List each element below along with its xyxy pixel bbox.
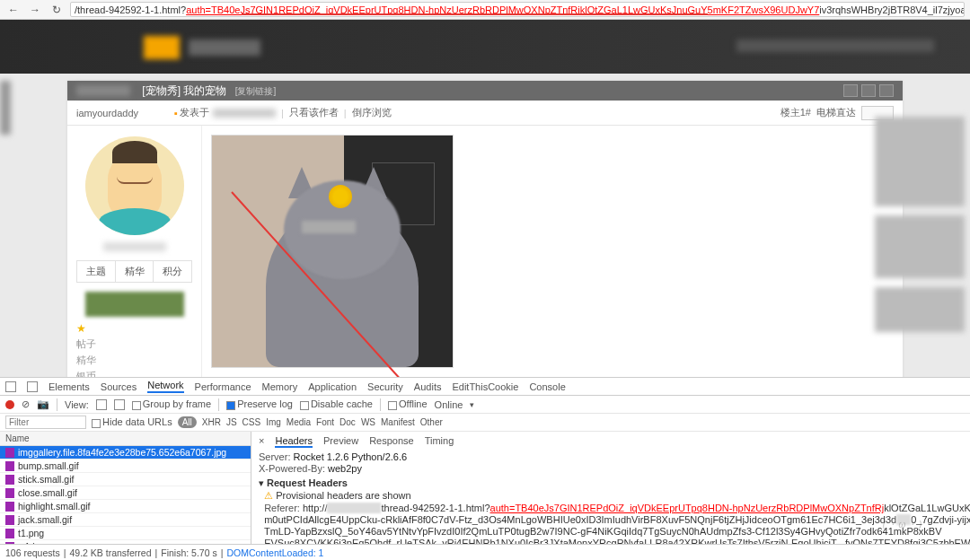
device-icon[interactable] — [27, 381, 38, 392]
user-icon: ▪ — [174, 108, 178, 118]
tab-security[interactable]: Security — [367, 381, 403, 392]
user-tabs: 主题 精华 积分 — [76, 260, 192, 283]
site-header — [0, 20, 970, 74]
tab-elements[interactable]: Elements — [48, 381, 90, 392]
annotation-line — [242, 13, 708, 15]
tab-audits[interactable]: Audits — [414, 381, 442, 392]
network-toolbar: ⊘ 📷 View: Group by frame Preserve log Di… — [0, 396, 970, 410]
view-list-icon[interactable] — [96, 399, 107, 410]
title-icon-3[interactable] — [879, 84, 894, 97]
right-ads — [875, 117, 965, 341]
tab-points[interactable]: 积分 — [154, 261, 191, 282]
copy-link[interactable]: [复制链接] — [235, 86, 277, 96]
forum-panel: [宠物秀] 我的宠物 [复制链接] iamyourdaddy ▪ 发表于 | 只… — [67, 81, 903, 410]
user-panel: 主题 精华 积分 ★ 帖子 精华 银币 在线时间 — [67, 126, 202, 410]
devtools-panel: Elements Sources Network Performance Mem… — [0, 377, 970, 410]
tab-topics[interactable]: 主题 — [77, 261, 116, 282]
thread-category: [宠物秀] — [142, 84, 181, 97]
tab-sources[interactable]: Sources — [101, 381, 137, 392]
post-content — [202, 126, 903, 410]
tab-application[interactable]: Application — [308, 381, 357, 392]
thread-title: 我的宠物 — [183, 84, 226, 97]
inspect-icon[interactable] — [5, 381, 16, 392]
reverse-order-link[interactable]: 倒序浏览 — [352, 106, 392, 119]
title-icon-2[interactable] — [861, 84, 876, 97]
tab-editthiscookie[interactable]: EditThisCookie — [452, 381, 518, 392]
post-meta-bar: iamyourdaddy ▪ 发表于 | 只看该作者 | 倒序浏览 楼主1# 电… — [67, 101, 903, 126]
author-name[interactable]: iamyourdaddy — [76, 108, 138, 118]
clear-button[interactable]: ⊘ — [22, 398, 30, 410]
tab-console[interactable]: Console — [529, 381, 565, 392]
floor-label: 楼主1# — [780, 106, 811, 119]
ad-block — [875, 215, 965, 278]
forward-button[interactable]: → — [27, 2, 43, 18]
tab-performance[interactable]: Performance — [195, 381, 251, 392]
group-by-frame-checkbox[interactable]: Group by frame — [143, 398, 211, 409]
elevator-label: 电梯直达 — [816, 106, 856, 119]
title-icon-1[interactable] — [843, 84, 858, 97]
tab-memory[interactable]: Memory — [262, 381, 298, 392]
url-post: iv3rqhsWHBry2jBTR8V4_il7zjyoan6Upm0utPCI… — [819, 4, 965, 15]
stat-posts: 帖子 — [76, 337, 192, 351]
offline-checkbox[interactable]: Offline — [399, 398, 428, 409]
signature-image — [85, 292, 184, 317]
decorative-blur — [0, 81, 11, 135]
thread-title-bar: [宠物秀] 我的宠物 [复制链接] — [67, 81, 903, 101]
record-button[interactable] — [5, 400, 14, 409]
view-label: View: — [65, 399, 89, 410]
tab-featured[interactable]: 精华 — [116, 261, 154, 282]
capture-button[interactable]: 📷 — [37, 398, 49, 410]
only-author-link[interactable]: 只看该作者 — [289, 106, 339, 119]
devtools-tabs: Elements Sources Network Performance Mem… — [0, 378, 970, 396]
star-icon: ★ — [76, 322, 192, 335]
reload-button[interactable]: ↻ — [48, 2, 65, 18]
url-pre: /thread-942592-1-1.html? — [75, 4, 186, 15]
view-grid-icon[interactable] — [114, 399, 125, 410]
tab-network[interactable]: Network — [147, 380, 183, 393]
posted-label: 发表于 — [180, 106, 209, 119]
ad-block — [875, 117, 965, 206]
preserve-log-checkbox[interactable]: Preserve log — [237, 398, 293, 409]
back-button[interactable]: ← — [5, 2, 22, 18]
online-select[interactable]: Online — [435, 399, 463, 410]
stat-featured: 精华 — [76, 354, 192, 367]
ad-block — [875, 287, 965, 332]
avatar[interactable] — [85, 136, 184, 235]
attached-image[interactable] — [211, 135, 454, 368]
disable-cache-checkbox[interactable]: Disable cache — [311, 398, 373, 409]
